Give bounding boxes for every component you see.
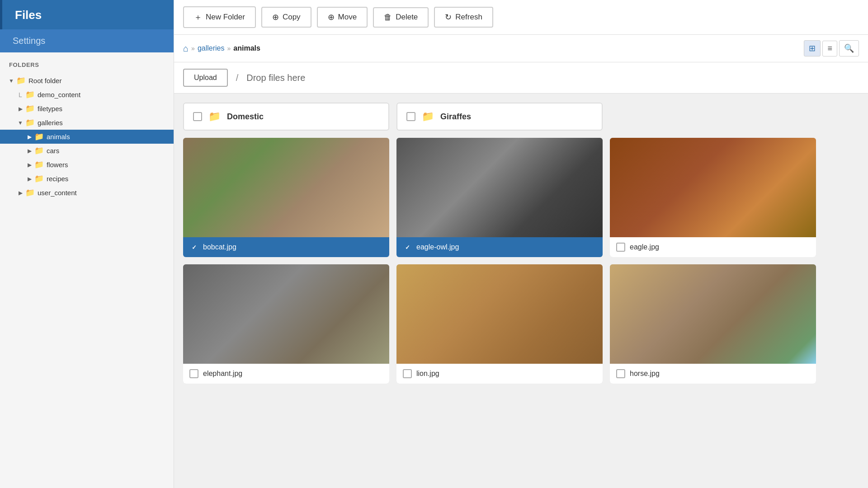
- sidebar-settings-link[interactable]: Settings: [0, 29, 174, 52]
- sidebar-item-animals[interactable]: ▶📁animals: [0, 130, 174, 144]
- folder-icon-demo_content: 📁: [25, 90, 35, 99]
- refresh-label: Refresh: [455, 13, 482, 22]
- image-label-lion: lion.jpg: [396, 364, 603, 384]
- image-checkbox-eagle[interactable]: [616, 243, 625, 252]
- folder-icon-animals: 📁: [34, 132, 44, 141]
- drop-text: Drop files here: [246, 73, 305, 83]
- folder-icon-recipes: 📁: [34, 174, 44, 183]
- image-lion: [396, 264, 603, 364]
- folder-card-label-giraffes: Giraffes: [440, 112, 471, 122]
- arrow-icon-animals: ▶: [25, 134, 33, 140]
- image-card-horse[interactable]: horse.jpg: [610, 264, 816, 384]
- arrow-icon-recipes: ▶: [25, 176, 33, 182]
- copy-button[interactable]: ⊕ Copy: [261, 7, 311, 28]
- view-controls: ⊞ ≡ 🔍: [804, 40, 859, 56]
- sidebar-item-label-animals: animals: [47, 133, 70, 141]
- sidebar-item-label-galleries: galleries: [38, 119, 63, 127]
- sidebar-item-label-root: Root folder: [28, 77, 61, 84]
- content-area: 📁Domestic📁Giraffesbobcat.jpgeagle-owl.jp…: [174, 94, 868, 488]
- image-filename-bobcat: bobcat.jpg: [203, 243, 236, 251]
- sidebar-item-flowers[interactable]: ▶📁flowers: [0, 158, 174, 172]
- sidebar-item-label-demo_content: demo_content: [38, 91, 80, 99]
- sidebar-item-root[interactable]: ▼📁Root folder: [0, 74, 174, 88]
- breadcrumb-sep-1: »: [191, 45, 195, 52]
- breadcrumb-sep-2: »: [227, 45, 231, 52]
- sidebar-item-galleries[interactable]: ▼📁galleries: [0, 116, 174, 130]
- folder-card-icon-domestic: 📁: [208, 111, 221, 122]
- sidebar-folders-label: FOLDERS: [0, 52, 174, 72]
- image-card-lion[interactable]: lion.jpg: [396, 264, 603, 384]
- breadcrumb-current: animals: [233, 44, 260, 52]
- arrow-icon-cars: ▶: [25, 148, 33, 154]
- folder-card-label-domestic: Domestic: [227, 112, 264, 122]
- image-card-elephant[interactable]: elephant.jpg: [183, 264, 389, 384]
- sidebar-item-filetypes[interactable]: ▶📁filetypes: [0, 102, 174, 116]
- new-folder-label: New Folder: [206, 13, 245, 22]
- image-label-eagle-owl: eagle-owl.jpg: [396, 237, 603, 257]
- arrow-icon-root: ▼: [7, 78, 15, 84]
- image-elephant: [183, 264, 389, 364]
- image-eagle: [610, 138, 816, 237]
- toolbar: ＋ New Folder ⊕ Copy ⊕ Move 🗑 Delete ↻ Re…: [174, 0, 868, 35]
- sidebar-item-label-flowers: flowers: [47, 161, 68, 169]
- image-label-horse: horse.jpg: [610, 364, 816, 384]
- image-checkbox-horse[interactable]: [616, 369, 625, 378]
- sidebar-item-label-recipes: recipes: [47, 175, 68, 183]
- folder-card-icon-giraffes: 📁: [422, 111, 434, 122]
- sidebar-item-label-user_content: user_content: [38, 189, 77, 197]
- move-label: Move: [338, 13, 357, 22]
- folder-icon-root: 📁: [16, 76, 26, 85]
- grid-view-button[interactable]: ⊞: [804, 40, 821, 56]
- image-card-eagle-owl[interactable]: eagle-owl.jpg: [396, 138, 603, 257]
- image-checkbox-eagle-owl[interactable]: [403, 243, 412, 252]
- upload-button[interactable]: Upload: [183, 69, 228, 87]
- copy-icon: ⊕: [272, 12, 279, 22]
- search-icon: 🔍: [844, 44, 854, 53]
- sidebar-item-cars[interactable]: ▶📁cars: [0, 144, 174, 158]
- arrow-icon-demo_content: L: [16, 91, 24, 99]
- sidebar-item-label-cars: cars: [47, 147, 59, 155]
- breadcrumb-galleries-link[interactable]: galleries: [198, 44, 225, 52]
- search-button[interactable]: 🔍: [839, 40, 859, 56]
- folder-icon-filetypes: 📁: [25, 104, 35, 113]
- upload-area: Upload / Drop files here: [174, 62, 868, 94]
- folder-card-domestic[interactable]: 📁Domestic: [183, 103, 389, 131]
- image-card-eagle[interactable]: eagle.jpg: [610, 138, 816, 257]
- move-button[interactable]: ⊕ Move: [317, 7, 368, 28]
- image-filename-eagle: eagle.jpg: [630, 243, 659, 251]
- breadcrumb-bar: ⌂ » galleries » animals ⊞ ≡ 🔍: [174, 35, 868, 62]
- copy-label: Copy: [283, 13, 301, 22]
- delete-button[interactable]: 🗑 Delete: [373, 7, 429, 28]
- folder-checkbox-giraffes[interactable]: [406, 112, 415, 121]
- image-eagle-owl: [396, 138, 603, 237]
- image-checkbox-lion[interactable]: [403, 369, 412, 378]
- refresh-button[interactable]: ↻ Refresh: [434, 7, 493, 28]
- new-folder-button[interactable]: ＋ New Folder: [183, 6, 256, 28]
- image-checkbox-bobcat[interactable]: [189, 243, 198, 252]
- folder-icon-cars: 📁: [34, 146, 44, 155]
- sidebar-item-label-filetypes: filetypes: [38, 105, 62, 113]
- folder-card-giraffes[interactable]: 📁Giraffes: [396, 103, 603, 131]
- new-folder-icon: ＋: [194, 12, 202, 23]
- sidebar-item-demo_content[interactable]: L📁demo_content: [0, 88, 174, 102]
- file-grid: 📁Domestic📁Giraffesbobcat.jpgeagle-owl.jp…: [183, 103, 816, 384]
- move-icon: ⊕: [328, 12, 335, 22]
- list-view-icon: ≡: [827, 44, 832, 53]
- sidebar-item-user_content[interactable]: ▶📁user_content: [0, 186, 174, 200]
- sidebar-top: Files Settings: [0, 0, 174, 52]
- breadcrumb-home[interactable]: ⌂: [183, 43, 189, 54]
- sidebar: Files Settings FOLDERS ▼📁Root folderL📁de…: [0, 0, 174, 488]
- list-view-button[interactable]: ≡: [822, 41, 837, 56]
- sidebar-files-link[interactable]: Files: [0, 0, 174, 29]
- grid-view-icon: ⊞: [809, 44, 816, 53]
- image-label-bobcat: bobcat.jpg: [183, 237, 389, 257]
- delete-label: Delete: [396, 13, 418, 22]
- arrow-icon-flowers: ▶: [25, 162, 33, 168]
- image-card-bobcat[interactable]: bobcat.jpg: [183, 138, 389, 257]
- image-checkbox-elephant[interactable]: [189, 369, 198, 378]
- sidebar-item-recipes[interactable]: ▶📁recipes: [0, 172, 174, 186]
- folder-icon-user_content: 📁: [25, 188, 35, 197]
- folder-checkbox-domestic[interactable]: [193, 112, 202, 121]
- image-bobcat: [183, 138, 389, 237]
- image-horse: [610, 264, 816, 364]
